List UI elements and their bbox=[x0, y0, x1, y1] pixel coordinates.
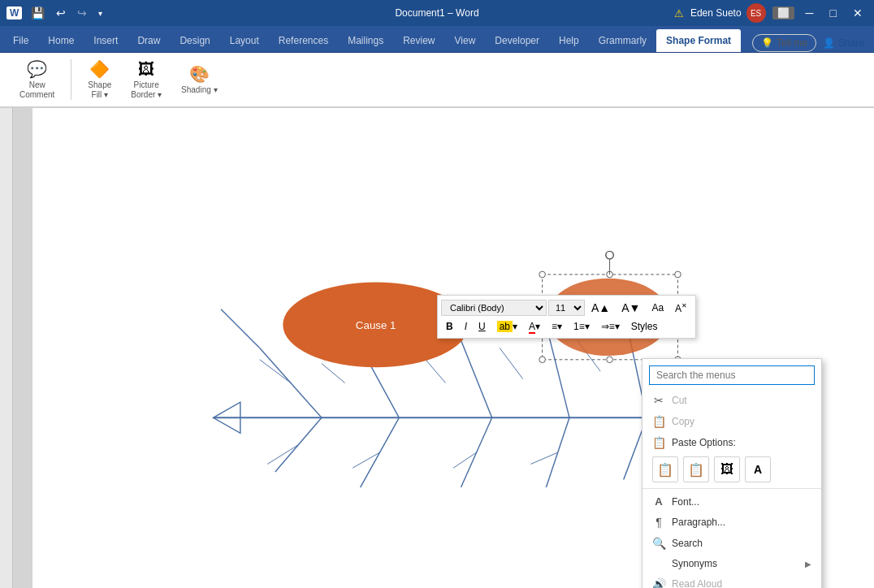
tab-layout[interactable]: Layout bbox=[220, 29, 269, 52]
shape-fill-label: ShapeFill ▾ bbox=[88, 80, 111, 100]
paste-btn-1[interactable]: 📋 bbox=[652, 456, 678, 482]
clear-format-button[interactable]: A✕ bbox=[670, 300, 692, 317]
cm-read-aloud-label: Read Aloud bbox=[672, 578, 722, 588]
cm-paste-options: 📋 📋 🖼 A bbox=[643, 453, 821, 486]
document-page[interactable]: Cause 1 Effect 1 Effect 2 Shape bbox=[32, 108, 874, 588]
styles-button[interactable]: Styles bbox=[626, 318, 663, 335]
context-menu: ✂ Cut 📋 Copy 📋 Paste Options: 📋 📋 🖼 A bbox=[642, 358, 822, 588]
toolbar-row-font: Calibri (Body) 11 A▲ A▼ Aa A✕ bbox=[441, 299, 692, 317]
tab-file[interactable]: File bbox=[3, 29, 38, 52]
paste-btn-4[interactable]: A bbox=[745, 456, 771, 482]
cm-font-label: Font... bbox=[672, 496, 699, 508]
tell-me-button[interactable]: 💡 Tell me bbox=[752, 34, 816, 52]
bold-button[interactable]: B bbox=[441, 318, 458, 335]
shape-fill-button[interactable]: 🔶 ShapeFill ▾ bbox=[81, 56, 118, 103]
warning-icon: ⚠ bbox=[674, 7, 684, 19]
copy-icon: 📋 bbox=[652, 415, 665, 428]
undo-icon[interactable]: ↩ bbox=[54, 5, 68, 21]
save-icon[interactable]: 💾 bbox=[28, 5, 47, 21]
font-color-button[interactable]: A▾ bbox=[524, 318, 545, 335]
new-comment-button[interactable]: 💬 NewComment bbox=[13, 56, 61, 103]
shading-icon: 🎨 bbox=[189, 64, 210, 84]
indent-button[interactable]: ⇒≡▾ bbox=[596, 318, 625, 335]
cm-paragraph[interactable]: ¶ Paragraph... bbox=[643, 512, 821, 533]
cm-paste-label: Paste Options: bbox=[672, 437, 736, 448]
svg-point-32 bbox=[539, 271, 546, 278]
search-icon: 🔍 bbox=[652, 537, 665, 550]
tab-references[interactable]: References bbox=[269, 29, 338, 52]
content-area: Cause 1 Effect 1 Effect 2 Shape bbox=[0, 108, 874, 588]
cm-synonyms[interactable]: Synonyms ▶ bbox=[643, 554, 821, 573]
cut-icon: ✂ bbox=[652, 394, 665, 407]
share-button[interactable]: 👤 Share bbox=[823, 37, 864, 49]
title-bar-right: ⚠ Eden Sueto ES ⬜ ─ □ ✕ bbox=[674, 3, 868, 23]
restore-button[interactable]: □ bbox=[825, 5, 842, 21]
user-info: Eden Sueto ES bbox=[690, 3, 766, 23]
title-bar-center: Document1 – Word bbox=[395, 7, 478, 19]
shading-button[interactable]: 🎨 Shading ▾ bbox=[175, 61, 223, 98]
shading-label: Shading ▾ bbox=[181, 85, 217, 95]
picture-border-label: PictureBorder ▾ bbox=[131, 80, 162, 100]
cm-cut[interactable]: ✂ Cut bbox=[643, 390, 821, 411]
svg-point-37 bbox=[539, 357, 546, 363]
paste-btn-2[interactable]: 📋 bbox=[683, 456, 709, 482]
ribbon-content: 💬 NewComment 🔶 ShapeFill ▾ 🖼 PictureBord… bbox=[0, 53, 874, 108]
paste-btn-3[interactable]: 🖼 bbox=[714, 456, 740, 482]
tab-insert[interactable]: Insert bbox=[84, 29, 128, 52]
tab-design[interactable]: Design bbox=[170, 29, 219, 52]
decrease-font-button[interactable]: A▼ bbox=[617, 299, 645, 317]
tab-help[interactable]: Help bbox=[549, 29, 589, 52]
highlight-button[interactable]: ab▾ bbox=[492, 318, 522, 335]
numbering-button[interactable]: 1≡▾ bbox=[569, 318, 595, 335]
title-bar: W 💾 ↩ ↪ ▾ Document1 – Word ⚠ Eden Sueto … bbox=[0, 0, 874, 26]
cm-search[interactable]: 🔍 Search bbox=[643, 533, 821, 554]
svg-line-22 bbox=[530, 452, 557, 464]
tab-shape-format[interactable]: Shape Format bbox=[656, 29, 741, 52]
redo-icon[interactable]: ↪ bbox=[75, 5, 89, 21]
svg-line-3 bbox=[221, 309, 260, 348]
cm-synonyms-label: Synonyms bbox=[672, 558, 717, 569]
cm-cut-label: Cut bbox=[672, 395, 687, 406]
toolbar-row-format: B I U ab▾ A▾ ≡▾ 1≡▾ ⇒≡▾ Styles bbox=[441, 318, 692, 335]
cm-font[interactable]: A Font... bbox=[643, 491, 821, 512]
lightbulb-icon: 💡 bbox=[761, 37, 773, 49]
floating-toolbar: Calibri (Body) 11 A▲ A▼ Aa A✕ B I U ab▾ bbox=[437, 295, 696, 339]
picture-border-button[interactable]: 🖼 PictureBorder ▾ bbox=[124, 57, 168, 103]
paste-icon: 📋 bbox=[652, 436, 665, 449]
tab-draw[interactable]: Draw bbox=[128, 29, 170, 52]
tab-home[interactable]: Home bbox=[38, 29, 84, 52]
menu-search-input[interactable] bbox=[649, 365, 815, 385]
cm-search-label: Search bbox=[672, 538, 703, 549]
ribbon-display-btn[interactable]: ⬜ bbox=[772, 6, 794, 19]
font-selector[interactable]: Calibri (Body) bbox=[441, 300, 547, 316]
tab-view[interactable]: View bbox=[445, 29, 486, 52]
ribbon-helpers: 💡 Tell me 👤 Share bbox=[752, 34, 871, 52]
divider bbox=[71, 59, 71, 100]
bullets-button[interactable]: ≡▾ bbox=[547, 318, 567, 335]
cm-copy-label: Copy bbox=[672, 416, 694, 427]
ribbon: File Home Insert Draw Design Layout Refe… bbox=[0, 26, 874, 53]
minimize-button[interactable]: ─ bbox=[801, 5, 819, 21]
cm-read-aloud[interactable]: 🔊 Read Aloud bbox=[643, 573, 821, 588]
change-case-button[interactable]: Aa bbox=[647, 300, 668, 316]
font-size-selector[interactable]: 11 bbox=[548, 300, 585, 316]
document-title: Document1 – Word bbox=[395, 7, 478, 19]
cm-paste-header: 📋 Paste Options: bbox=[643, 432, 821, 453]
tab-developer[interactable]: Developer bbox=[485, 29, 549, 52]
app-window: W 💾 ↩ ↪ ▾ Document1 – Word ⚠ Eden Sueto … bbox=[0, 0, 874, 588]
svg-point-34 bbox=[675, 271, 681, 278]
tab-mailings[interactable]: Mailings bbox=[338, 29, 393, 52]
share-icon: 👤 bbox=[823, 37, 835, 49]
increase-font-button[interactable]: A▲ bbox=[586, 299, 615, 317]
tab-review[interactable]: Review bbox=[393, 29, 444, 52]
left-ruler bbox=[0, 108, 13, 588]
cm-copy[interactable]: 📋 Copy bbox=[643, 411, 821, 432]
customize-qa-icon[interactable]: ▾ bbox=[96, 7, 105, 19]
read-aloud-icon: 🔊 bbox=[652, 577, 665, 588]
word-icon: W bbox=[6, 6, 22, 19]
svg-text:Cause 1: Cause 1 bbox=[356, 319, 396, 331]
close-button[interactable]: ✕ bbox=[848, 5, 868, 21]
tab-grammarly[interactable]: Grammarly bbox=[589, 29, 656, 52]
underline-button[interactable]: U bbox=[474, 318, 491, 335]
italic-button[interactable]: I bbox=[460, 318, 472, 335]
